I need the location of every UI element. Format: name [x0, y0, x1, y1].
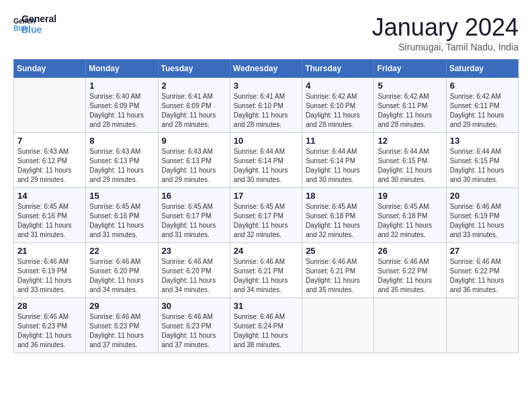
day-info: Sunrise: 6:46 AMSunset: 6:21 PMDaylight:… [234, 257, 298, 295]
calendar-header-row: SundayMondayTuesdayWednesdayThursdayFrid… [14, 60, 519, 78]
day-info: Sunrise: 6:45 AMSunset: 6:18 PMDaylight:… [306, 202, 370, 240]
day-number: 13 [450, 136, 515, 146]
day-number: 24 [234, 246, 298, 256]
calendar-cell: 3Sunrise: 6:41 AMSunset: 6:10 PMDaylight… [230, 78, 302, 133]
day-number: 25 [306, 246, 370, 256]
header-tuesday: Tuesday [158, 60, 230, 78]
calendar-cell: 18Sunrise: 6:45 AMSunset: 6:18 PMDayligh… [302, 188, 374, 243]
day-info: Sunrise: 6:40 AMSunset: 6:09 PMDaylight:… [89, 92, 154, 130]
calendar-cell: 31Sunrise: 6:46 AMSunset: 6:24 PMDayligh… [230, 298, 302, 353]
day-number: 7 [17, 136, 82, 146]
day-info: Sunrise: 6:45 AMSunset: 6:16 PMDaylight:… [89, 202, 154, 240]
header-saturday: Saturday [446, 60, 518, 78]
calendar-cell: 20Sunrise: 6:46 AMSunset: 6:19 PMDayligh… [446, 188, 518, 243]
week-row-5: 28Sunrise: 6:46 AMSunset: 6:23 PMDayligh… [14, 298, 519, 353]
day-info: Sunrise: 6:44 AMSunset: 6:14 PMDaylight:… [306, 147, 370, 185]
day-number: 27 [450, 246, 515, 256]
calendar-table: SundayMondayTuesdayWednesdayThursdayFrid… [13, 59, 519, 353]
header-sunday: Sunday [14, 60, 86, 78]
calendar-cell: 17Sunrise: 6:45 AMSunset: 6:17 PMDayligh… [230, 188, 302, 243]
day-number: 8 [89, 136, 154, 146]
week-row-1: 1Sunrise: 6:40 AMSunset: 6:09 PMDaylight… [14, 78, 519, 133]
day-number: 20 [450, 191, 515, 201]
day-info: Sunrise: 6:46 AMSunset: 6:22 PMDaylight:… [450, 257, 515, 295]
calendar-cell: 1Sunrise: 6:40 AMSunset: 6:09 PMDaylight… [86, 78, 158, 133]
day-number: 1 [89, 81, 154, 91]
calendar-cell: 25Sunrise: 6:46 AMSunset: 6:21 PMDayligh… [302, 243, 374, 298]
calendar-cell: 23Sunrise: 6:46 AMSunset: 6:20 PMDayligh… [158, 243, 230, 298]
day-number: 17 [234, 191, 298, 201]
day-info: Sunrise: 6:43 AMSunset: 6:13 PMDaylight:… [162, 147, 226, 185]
day-number: 2 [162, 81, 226, 91]
calendar-cell: 5Sunrise: 6:42 AMSunset: 6:11 PMDaylight… [374, 78, 446, 133]
location-subtitle: Sirumugai, Tamil Nadu, India [372, 42, 519, 52]
calendar-cell: 28Sunrise: 6:46 AMSunset: 6:23 PMDayligh… [14, 298, 86, 353]
day-info: Sunrise: 6:44 AMSunset: 6:15 PMDaylight:… [378, 147, 442, 185]
calendar-cell: 12Sunrise: 6:44 AMSunset: 6:15 PMDayligh… [374, 133, 446, 188]
day-info: Sunrise: 6:46 AMSunset: 6:22 PMDaylight:… [378, 257, 442, 295]
day-info: Sunrise: 6:41 AMSunset: 6:10 PMDaylight:… [234, 92, 298, 130]
logo-blue: Blue [21, 24, 56, 35]
day-info: Sunrise: 6:46 AMSunset: 6:23 PMDaylight:… [89, 312, 154, 350]
day-number: 12 [378, 136, 442, 146]
day-number: 23 [162, 246, 226, 256]
calendar-cell: 8Sunrise: 6:43 AMSunset: 6:13 PMDaylight… [86, 133, 158, 188]
day-info: Sunrise: 6:46 AMSunset: 6:19 PMDaylight:… [17, 257, 82, 295]
day-number: 15 [89, 191, 154, 201]
calendar-cell: 24Sunrise: 6:46 AMSunset: 6:21 PMDayligh… [230, 243, 302, 298]
calendar-cell: 6Sunrise: 6:42 AMSunset: 6:11 PMDaylight… [446, 78, 518, 133]
day-number: 30 [162, 301, 226, 311]
calendar-cell: 29Sunrise: 6:46 AMSunset: 6:23 PMDayligh… [86, 298, 158, 353]
title-area: January 2024 Sirumugai, Tamil Nadu, Indi… [372, 13, 519, 52]
calendar-cell [302, 298, 374, 353]
day-info: Sunrise: 6:46 AMSunset: 6:21 PMDaylight:… [306, 257, 370, 295]
day-info: Sunrise: 6:42 AMSunset: 6:10 PMDaylight:… [306, 92, 370, 130]
day-info: Sunrise: 6:46 AMSunset: 6:20 PMDaylight:… [162, 257, 226, 295]
week-row-4: 21Sunrise: 6:46 AMSunset: 6:19 PMDayligh… [14, 243, 519, 298]
day-info: Sunrise: 6:41 AMSunset: 6:09 PMDaylight:… [162, 92, 226, 130]
calendar-cell: 13Sunrise: 6:44 AMSunset: 6:15 PMDayligh… [446, 133, 518, 188]
calendar-cell: 26Sunrise: 6:46 AMSunset: 6:22 PMDayligh… [374, 243, 446, 298]
page-header: General Blue General Blue January 2024 S… [13, 13, 519, 52]
day-info: Sunrise: 6:46 AMSunset: 6:20 PMDaylight:… [89, 257, 154, 295]
header-monday: Monday [86, 60, 158, 78]
day-info: Sunrise: 6:42 AMSunset: 6:11 PMDaylight:… [450, 92, 515, 130]
day-info: Sunrise: 6:43 AMSunset: 6:12 PMDaylight:… [17, 147, 82, 185]
day-info: Sunrise: 6:42 AMSunset: 6:11 PMDaylight:… [378, 92, 442, 130]
day-info: Sunrise: 6:46 AMSunset: 6:19 PMDaylight:… [450, 202, 515, 240]
week-row-3: 14Sunrise: 6:45 AMSunset: 6:16 PMDayligh… [14, 188, 519, 243]
day-number: 31 [234, 301, 298, 311]
calendar-cell: 10Sunrise: 6:44 AMSunset: 6:14 PMDayligh… [230, 133, 302, 188]
calendar-cell: 30Sunrise: 6:46 AMSunset: 6:23 PMDayligh… [158, 298, 230, 353]
day-number: 6 [450, 81, 515, 91]
calendar-cell: 4Sunrise: 6:42 AMSunset: 6:10 PMDaylight… [302, 78, 374, 133]
calendar-cell: 19Sunrise: 6:45 AMSunset: 6:18 PMDayligh… [374, 188, 446, 243]
day-number: 18 [306, 191, 370, 201]
day-info: Sunrise: 6:44 AMSunset: 6:14 PMDaylight:… [234, 147, 298, 185]
calendar-cell: 11Sunrise: 6:44 AMSunset: 6:14 PMDayligh… [302, 133, 374, 188]
day-info: Sunrise: 6:46 AMSunset: 6:23 PMDaylight:… [17, 312, 82, 350]
day-number: 11 [306, 136, 370, 146]
week-row-2: 7Sunrise: 6:43 AMSunset: 6:12 PMDaylight… [14, 133, 519, 188]
day-number: 14 [17, 191, 82, 201]
calendar-cell: 2Sunrise: 6:41 AMSunset: 6:09 PMDaylight… [158, 78, 230, 133]
day-info: Sunrise: 6:46 AMSunset: 6:23 PMDaylight:… [162, 312, 226, 350]
logo-general: General [21, 13, 56, 24]
month-title: January 2024 [372, 13, 519, 42]
day-info: Sunrise: 6:45 AMSunset: 6:18 PMDaylight:… [378, 202, 442, 240]
calendar-cell: 7Sunrise: 6:43 AMSunset: 6:12 PMDaylight… [14, 133, 86, 188]
calendar-cell: 27Sunrise: 6:46 AMSunset: 6:22 PMDayligh… [446, 243, 518, 298]
calendar-cell: 21Sunrise: 6:46 AMSunset: 6:19 PMDayligh… [14, 243, 86, 298]
header-friday: Friday [374, 60, 446, 78]
day-number: 5 [378, 81, 442, 91]
day-number: 22 [89, 246, 154, 256]
day-info: Sunrise: 6:45 AMSunset: 6:16 PMDaylight:… [17, 202, 82, 240]
day-number: 29 [89, 301, 154, 311]
day-number: 10 [234, 136, 298, 146]
calendar-cell: 9Sunrise: 6:43 AMSunset: 6:13 PMDaylight… [158, 133, 230, 188]
day-info: Sunrise: 6:46 AMSunset: 6:24 PMDaylight:… [234, 312, 298, 350]
calendar-cell: 22Sunrise: 6:46 AMSunset: 6:20 PMDayligh… [86, 243, 158, 298]
day-info: Sunrise: 6:45 AMSunset: 6:17 PMDaylight:… [162, 202, 226, 240]
day-number: 3 [234, 81, 298, 91]
header-thursday: Thursday [302, 60, 374, 78]
